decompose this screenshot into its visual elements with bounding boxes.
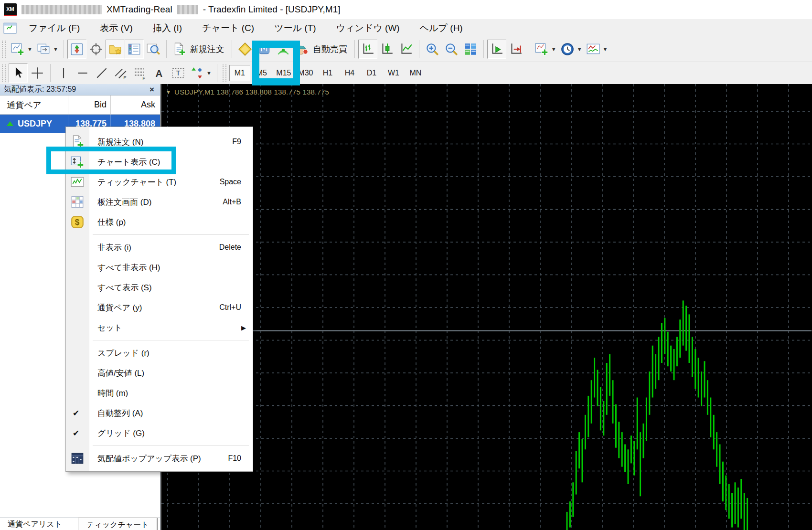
autotrading-icon [295,42,309,56]
new-chart-button[interactable]: ▼ [9,40,34,59]
menu-item-label: すべて表示 (S) [97,282,152,293]
auto-scroll-button[interactable] [487,40,506,59]
chart-collapse-icon[interactable]: ▼ [166,89,171,95]
context-menu-item-3[interactable]: 板注文画面 (D)Alt+B [66,192,253,212]
channel-tool[interactable]: E [111,64,130,83]
context-menu-item-15[interactable]: ✔自動整列 (A) [66,403,253,423]
fibonacci-tool[interactable]: F [130,64,150,83]
text-tool[interactable]: A [150,64,169,83]
menu-item-0[interactable]: ファイル (F) [22,19,86,37]
chart-area[interactable]: ▼ USDJPY,M1 138.786 138.808 138.775 138.… [160,84,812,530]
market-watch-button[interactable] [67,40,86,59]
menu-item-4[interactable]: ツール (T) [267,19,322,37]
context-menu-item-10[interactable]: セット▶ [66,318,253,338]
navigator-button[interactable] [106,40,125,59]
periods-button[interactable]: ▼ [558,40,584,59]
toolbar-separator [354,40,355,58]
market-watch-tab-0[interactable]: 通貨ペアリスト [0,518,70,530]
toolbar-grip[interactable] [2,64,6,82]
context-menu-item-0[interactable]: 新規注文 (N)F9 [66,132,253,152]
indicators-button[interactable]: ▼ [533,40,558,59]
context-menu-item-4[interactable]: $仕様 (p) [66,212,253,232]
trendline-tool[interactable] [92,64,111,83]
market-watch-tab-1[interactable]: ティックチャート [78,518,157,530]
templates-button[interactable]: ▼ [584,40,610,59]
menu-item-label: 気配値ポップアップ表示 (P) [97,453,201,464]
context-menu-item-13[interactable]: 高値/安値 (L) [66,363,253,383]
candlestick-chart-button[interactable] [377,40,396,59]
chevron-down-icon[interactable]: ▼ [206,70,212,76]
column-bid[interactable]: Bid [68,95,111,114]
chart-profiles-button[interactable]: ▼ [34,40,60,59]
menu-item-3[interactable]: チャート (C) [195,19,261,37]
context-menu-item-2[interactable]: ティックチャート (T)Space [66,172,253,192]
chevron-down-icon[interactable]: ▼ [551,46,556,52]
menu-item-5[interactable]: ウィンドウ (W) [330,19,406,37]
tile-windows-button[interactable] [461,40,480,59]
zoom-out-icon [444,42,459,56]
toolbar-grip[interactable] [2,41,6,58]
context-menu-item-14[interactable]: 時間 (m) [66,383,253,403]
data-window-button[interactable] [86,40,106,59]
autotrading-button[interactable]: 自動売買 [293,40,351,59]
menu-item-label: 非表示 (i) [97,242,131,253]
metaeditor-button[interactable] [235,40,255,59]
strategy-tester-button[interactable] [144,40,163,59]
zoom-in-button[interactable] [423,40,442,59]
mt4-window: XM XMTrading-Real - Tradexfin Limited - … [0,0,812,530]
timeframe-M1[interactable]: M1 [229,65,250,81]
market-watch-icon [70,42,84,56]
cursor-tool[interactable] [9,64,28,83]
mql-community-button[interactable] [255,40,274,59]
arrows-tool[interactable]: ▼ [188,64,214,83]
chart-window-icon[interactable] [3,21,17,35]
chevron-down-icon[interactable]: ▼ [27,46,32,52]
new-order-button[interactable]: 新規注文 [170,40,228,59]
context-menu-item-18[interactable]: 気配値ポップアップ表示 (P)F10 [66,448,253,468]
context-menu-item-12[interactable]: スプレッド (r) [66,343,253,363]
timeframe-H4[interactable]: H4 [339,65,360,81]
hline-icon [75,66,90,80]
news-button[interactable] [274,40,293,59]
menu-item-2[interactable]: 挿入 (I) [146,19,189,37]
chevron-down-icon[interactable]: ▼ [603,46,608,52]
chevron-down-icon[interactable]: ▼ [577,46,582,52]
vline-icon [56,66,71,80]
vertical-line-tool[interactable] [54,64,73,83]
context-menu-item-1[interactable]: チャート表示 (C) [66,152,253,172]
line-chart-button[interactable] [396,40,416,59]
chart-shift-button[interactable] [506,40,525,59]
timeframe-M30[interactable]: M30 [295,65,316,81]
crosshair-tool[interactable] [28,64,47,83]
timeframe-M15[interactable]: M15 [273,65,294,81]
timeframe-W1[interactable]: W1 [383,65,404,81]
context-menu-item-6[interactable]: 非表示 (i)Delete [66,237,253,257]
timeframe-D1[interactable]: D1 [361,65,382,81]
horizontal-line-tool[interactable] [73,64,92,83]
menu-item-label: 板注文画面 (D) [97,197,151,208]
submenu-arrow-icon: ▶ [241,324,246,331]
context-menu-item-8[interactable]: すべて表示 (S) [66,277,253,297]
column-symbol[interactable]: 通貨ペア [0,95,68,114]
context-menu-item-7[interactable]: すべて非表示 (H) [66,257,253,277]
svg-text:A: A [156,68,163,78]
bar-chart-button[interactable] [358,40,377,59]
toolbar-separator [50,64,51,82]
menu-item-6[interactable]: ヘルプ (H) [413,19,470,37]
context-menu-item-16[interactable]: ✔グリッド (G) [66,423,253,443]
context-menu-item-9[interactable]: 通貨ペア (y)Ctrl+U [66,297,253,318]
close-icon[interactable]: × [148,85,156,95]
toolbar-grip[interactable] [223,64,226,82]
zoom-out-button[interactable] [442,40,461,59]
timeframe-MN[interactable]: MN [405,65,426,81]
chevron-down-icon[interactable]: ▼ [53,46,58,52]
menu-shortcut: Delete [219,243,241,252]
timeframe-H1[interactable]: H1 [317,65,338,81]
censored-account-number [21,5,102,14]
label-tool[interactable]: T [169,64,188,83]
timeframe-M5[interactable]: M5 [251,65,272,81]
menu-separator [66,443,253,448]
menu-item-1[interactable]: 表示 (V) [93,19,139,37]
column-ask[interactable]: Ask [111,95,160,114]
terminal-button[interactable] [125,40,144,59]
